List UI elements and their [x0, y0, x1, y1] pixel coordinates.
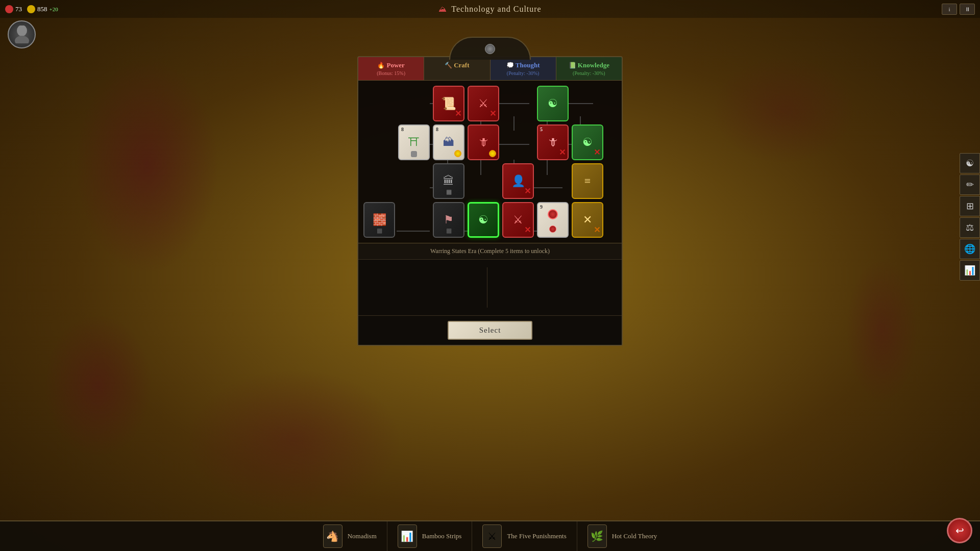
empty-r2c5: [502, 124, 534, 160]
tech-card-r4c1[interactable]: 🧱 ▦: [363, 202, 395, 238]
bottom-item-bamboo-strips[interactable]: 📊 Bamboo Strips: [387, 521, 473, 551]
sidebar-globe[interactable]: 🌐: [960, 239, 980, 259]
sidebar-chart[interactable]: 📊: [960, 260, 980, 281]
card-icon-r2c6: 🗡: [547, 136, 558, 149]
card-circle-top-r4c6: [548, 209, 558, 219]
tech-card-r4c5[interactable]: ⚔ ✕: [502, 202, 534, 238]
empty-r3c1: [363, 163, 395, 199]
knowledge-tab-bonus: (Penalty: -30%): [573, 70, 605, 76]
tech-card-r2c6[interactable]: 5 🗡 ✕: [537, 124, 569, 160]
five-punishments-icon: ⚔: [482, 524, 502, 548]
empty-r1c2: [398, 86, 430, 121]
tab-knowledge[interactable]: 📗 Knowledge (Penalty: -30%): [556, 57, 622, 80]
card-sun-r2c4: [489, 150, 496, 157]
tech-card-r4c7[interactable]: ✕ ✕: [572, 202, 603, 238]
tech-card-r2c4[interactable]: 🗡: [468, 124, 499, 160]
empty-r2c1: [363, 124, 395, 160]
tech-card-r2c7[interactable]: ☯ ✕: [572, 124, 603, 160]
red-stat: 73: [5, 5, 22, 13]
thought-tab-label: Thought: [516, 61, 540, 69]
card-circle-bot-r4c6: [549, 226, 556, 233]
tech-card-r3c3[interactable]: 🏛 ▦: [433, 163, 464, 199]
dialog-arch: [439, 34, 541, 60]
bamboo-strips-icon: 📊: [398, 524, 417, 548]
empty-r3c4: [468, 163, 499, 199]
empty-r1c5: [502, 86, 534, 121]
bottom-item-hot-cold-theory[interactable]: 🌿 Hot Cold Theory: [577, 521, 668, 551]
sidebar-grid[interactable]: ⊞: [960, 196, 980, 216]
card-icon-r1c3: 📜: [441, 96, 456, 111]
svg-point-1: [15, 36, 29, 43]
card-icon-r4c1: 🧱: [373, 213, 386, 227]
tech-grid-area: 📜 ✕ ⚔ ✕ ☯: [358, 81, 622, 243]
top-bar: 73 858 +20 ⛰ Technology and Culture i ⏸: [0, 0, 980, 18]
tech-card-r3c7[interactable]: ≡: [572, 163, 603, 199]
card-icon-r2c2: ⛩: [408, 136, 420, 149]
status-text: Warring States Era (Complete 5 items to …: [430, 247, 550, 255]
thought-tab-bonus: (Penalty: -30%): [507, 70, 540, 76]
tab-thought[interactable]: 💭 Thought (Penalty: -30%): [491, 57, 556, 80]
tech-card-r2c2[interactable]: 8 ⛩: [398, 124, 430, 160]
tech-card-r1c6[interactable]: ☯: [537, 86, 569, 121]
card-num-r2c2: 8: [401, 127, 404, 132]
card-cross-r4c7: ✕: [594, 225, 600, 235]
desc-left-panel: [366, 267, 487, 308]
bamboo-strips-label: Bamboo Strips: [422, 532, 462, 540]
card-num-r2c6: 5: [540, 127, 543, 132]
empty-r4c2: [398, 202, 430, 238]
tab-power[interactable]: 🔥 Power (Bonus: 15%): [358, 57, 424, 80]
action-button[interactable]: ↩: [947, 518, 972, 543]
pause-button[interactable]: ⏸: [960, 4, 975, 15]
five-punishments-label: The Five Punishments: [507, 532, 566, 540]
stats-area: 73 858 +20: [5, 5, 58, 13]
arch-shape: [449, 37, 531, 60]
bottom-item-five-punishments[interactable]: ⚔ The Five Punishments: [472, 521, 577, 551]
tab-craft[interactable]: 🔨 Craft: [424, 57, 490, 80]
sidebar-compass[interactable]: ✏: [960, 174, 980, 195]
red-stat-value: 73: [15, 5, 22, 13]
card-icon-r4c3: ⚑: [444, 213, 454, 227]
card-cross-r2c7: ✕: [594, 147, 600, 157]
card-icon-r2c3: 🏔: [443, 136, 454, 149]
gold-stat-value: 858: [37, 5, 47, 13]
svg-point-0: [17, 26, 27, 36]
arch-gem: [485, 44, 495, 54]
tech-card-r2c3[interactable]: 8 🏔: [433, 124, 464, 160]
tech-card-r4c3[interactable]: ⚑ ▦: [433, 202, 464, 238]
card-num-r2c3: 8: [436, 127, 438, 132]
card-icon-r3c3: 🏛: [443, 174, 454, 188]
card-sun-r2c3: [454, 150, 461, 157]
gold-icon: [27, 5, 35, 13]
card-icon-r2c4: 🗡: [478, 136, 489, 149]
select-button[interactable]: Select: [448, 321, 533, 340]
tech-card-r3c5[interactable]: 👤 ✕: [502, 163, 534, 199]
card-icon-r1c4: ⚔: [478, 97, 488, 110]
sidebar-yin-yang[interactable]: ☯: [960, 153, 980, 173]
tech-card-r4c6[interactable]: 9: [537, 202, 569, 238]
power-tab-bonus: (Bonus: 15%): [377, 70, 405, 76]
tabs-row: 🔥 Power (Bonus: 15%) 🔨 Craft 💭 Thought (…: [358, 57, 622, 81]
nomadism-label: Nomadism: [348, 532, 377, 540]
craft-tab-icon: 🔨: [445, 62, 452, 69]
empty-r3c6: [537, 163, 569, 199]
card-cross-r1c3: ✕: [455, 109, 461, 118]
knowledge-tab-icon: 📗: [569, 62, 576, 69]
hot-cold-theory-label: Hot Cold Theory: [612, 532, 657, 540]
tech-card-r1c4[interactable]: ⚔ ✕: [468, 86, 499, 121]
card-icon-r4c7: ✕: [583, 213, 592, 227]
top-right-buttons: i ⏸: [942, 4, 975, 15]
tech-card-r4c4[interactable]: ☯: [468, 202, 499, 238]
title-icon: ⛰: [438, 5, 447, 14]
red-icon: [5, 5, 13, 13]
nomadism-icon: 🐴: [323, 524, 342, 548]
knowledge-tab-label: Knowledge: [578, 61, 609, 69]
card-detail-r3c3: ▦: [446, 188, 452, 196]
avatar[interactable]: [8, 20, 36, 48]
card-num-r4c6: 9: [540, 204, 543, 210]
tech-card-r1c3[interactable]: 📜 ✕: [433, 86, 464, 121]
desc-right-panel: [493, 267, 614, 308]
bottom-item-nomadism[interactable]: 🐴 Nomadism: [313, 521, 387, 551]
right-sidebar: ☯ ✏ ⊞ ⚖ 🌐 📊: [960, 153, 980, 281]
sidebar-scale[interactable]: ⚖: [960, 217, 980, 238]
info-button[interactable]: i: [942, 4, 957, 15]
